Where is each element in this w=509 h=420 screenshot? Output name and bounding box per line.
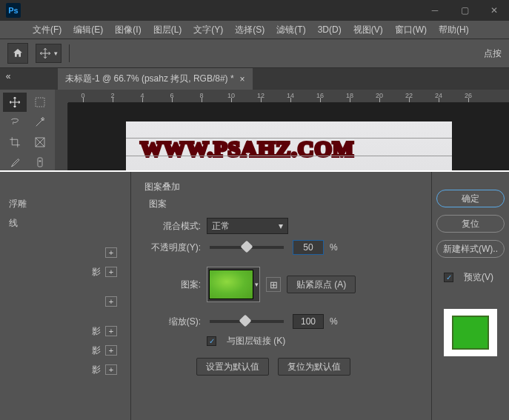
chevron-down-icon: ▾: [255, 281, 259, 288]
new-style-button[interactable]: 新建样式(W)..: [436, 240, 505, 258]
menu-edit[interactable]: 编辑(E): [69, 22, 107, 38]
style-fx-item[interactable]: +: [0, 243, 130, 262]
maximize-button[interactable]: ▢: [450, 0, 479, 21]
heal-tool[interactable]: [28, 153, 52, 172]
crop-tool[interactable]: [3, 133, 27, 152]
menu-select[interactable]: 选择(S): [230, 22, 269, 38]
link-layer-checkbox[interactable]: [207, 336, 216, 346]
pattern-swatch: [209, 270, 253, 299]
panel-collapse-icon[interactable]: «: [1, 70, 15, 83]
opacity-unit: %: [330, 242, 338, 253]
snap-origin-button[interactable]: 贴紧原点 (A): [287, 276, 356, 293]
scale-input[interactable]: 100: [293, 314, 324, 329]
preview-label: 预览(V): [464, 271, 493, 284]
menu-help[interactable]: 帮助(H): [434, 22, 473, 38]
menu-window[interactable]: 窗口(W): [390, 22, 431, 38]
menu-layer[interactable]: 图层(L): [149, 22, 187, 38]
style-item[interactable]: 浮雕: [0, 194, 130, 213]
scale-label: 缩放(S):: [144, 316, 201, 328]
add-fx-icon[interactable]: +: [105, 267, 117, 277]
canvas-document: WWW.PSAHZ.COM: [126, 121, 452, 177]
pattern-overlay-panel: 图案叠加 图案 混合模式: 正常▾ 不透明度(Y): 50 % 图案: ▾ ⊞ …: [131, 172, 431, 420]
scale-slider[interactable]: [210, 320, 284, 323]
blend-mode-label: 混合模式:: [144, 220, 201, 233]
menu-file[interactable]: 文件(F): [28, 22, 66, 38]
move-tool[interactable]: [3, 93, 27, 112]
marquee-tool[interactable]: [28, 93, 52, 112]
set-default-button[interactable]: 设置为默认值: [196, 358, 269, 376]
add-fx-icon[interactable]: +: [105, 345, 117, 356]
svg-rect-0: [36, 98, 44, 107]
opacity-input[interactable]: 50: [293, 240, 324, 255]
frame-tool[interactable]: [28, 133, 52, 152]
close-button[interactable]: ✕: [479, 0, 509, 21]
link-layer-label: 与图层链接 (K): [227, 335, 285, 347]
scale-unit: %: [330, 316, 338, 327]
menu-view[interactable]: 视图(V): [349, 22, 387, 38]
menu-filter[interactable]: 滤镜(T): [272, 22, 310, 38]
lasso-tool[interactable]: [3, 113, 27, 132]
style-list-panel: 浮雕 线 + 影+ + 影+ 影+ 影+: [0, 172, 131, 420]
ok-button[interactable]: 确定: [436, 190, 505, 207]
opacity-label: 不透明度(Y):: [144, 241, 201, 254]
tab-area: « 未标题-1 @ 66.7% (psahz 拷贝, RGB/8#) * ×: [0, 68, 509, 90]
reset-default-button[interactable]: 复位为默认值: [278, 358, 350, 376]
preview-thumbnail: [444, 309, 497, 356]
layer-style-dialog: 浮雕 线 + 影+ + 影+ 影+ 影+ 图案叠加 图案 混合模式: 正常▾ 不…: [0, 170, 509, 420]
move-tool-indicator[interactable]: ▾: [36, 44, 61, 63]
add-fx-icon[interactable]: +: [105, 326, 117, 336]
document-tab[interactable]: 未标题-1 @ 66.7% (psahz 拷贝, RGB/8#) * ×: [58, 68, 253, 90]
preview-checkbox[interactable]: [444, 273, 453, 282]
options-right-text: 点按: [484, 47, 502, 60]
add-fx-icon[interactable]: +: [105, 247, 117, 258]
menu-type[interactable]: 文字(Y): [189, 22, 227, 38]
chevron-down-icon: ▾: [279, 221, 283, 231]
document-tab-close-icon[interactable]: ×: [240, 74, 245, 84]
pattern-label: 图案:: [144, 279, 201, 291]
style-fx-item[interactable]: 影+: [0, 341, 130, 360]
pattern-picker[interactable]: ▾: [207, 267, 260, 302]
options-bar: ▾ 点按: [0, 39, 509, 68]
style-fx-item[interactable]: 影+: [0, 262, 130, 281]
style-item[interactable]: 线: [0, 213, 130, 233]
menu-3d[interactable]: 3D(D): [313, 23, 346, 36]
home-button[interactable]: [7, 43, 28, 64]
menubar: 文件(F) 编辑(E) 图像(I) 图层(L) 文字(Y) 选择(S) 滤镜(T…: [0, 21, 509, 39]
titlebar: Ps ─ ▢ ✕: [0, 0, 509, 21]
eyedropper-tool[interactable]: [3, 153, 27, 172]
dialog-right-panel: 确定 复位 新建样式(W).. 预览(V): [431, 172, 509, 420]
window-controls: ─ ▢ ✕: [420, 0, 509, 21]
blend-mode-select[interactable]: 正常▾: [207, 218, 288, 234]
style-fx-item[interactable]: 影+: [0, 360, 130, 379]
subsection-title: 图案: [149, 198, 418, 210]
new-pattern-icon[interactable]: ⊞: [266, 277, 281, 292]
watermark-text: WWW.PSAHZ.COM: [141, 136, 452, 161]
style-fx-item[interactable]: 影+: [0, 321, 130, 341]
cancel-button[interactable]: 复位: [436, 215, 505, 233]
add-fx-icon[interactable]: +: [105, 296, 117, 307]
wand-tool[interactable]: [28, 113, 52, 132]
minimize-button[interactable]: ─: [420, 0, 450, 21]
ruler-horizontal: 02468101214161820222426: [68, 90, 509, 103]
add-fx-icon[interactable]: +: [105, 364, 117, 375]
section-title: 图案叠加: [144, 181, 418, 193]
menu-image[interactable]: 图像(I): [110, 22, 145, 38]
opacity-slider[interactable]: [210, 246, 284, 249]
app-logo: Ps: [6, 3, 21, 18]
document-tab-title: 未标题-1 @ 66.7% (psahz 拷贝, RGB/8#) *: [65, 73, 234, 85]
style-fx-item[interactable]: +: [0, 292, 130, 311]
